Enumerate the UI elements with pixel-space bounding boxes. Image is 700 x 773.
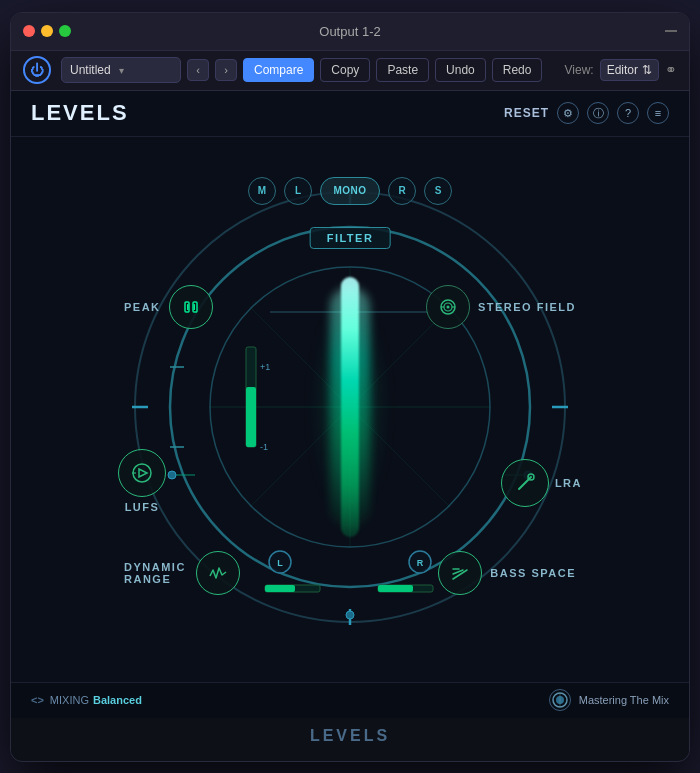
dynamic-range-icon-button[interactable] <box>196 551 240 595</box>
help-icon: ? <box>625 107 631 119</box>
channel-mono-button[interactable]: MONO <box>320 177 380 205</box>
power-button[interactable]: ⏻ <box>23 56 51 84</box>
redo-button[interactable]: Redo <box>492 58 543 82</box>
bass-space-label: BASS SPACE <box>490 567 576 579</box>
peak-control: PEAK <box>124 285 213 329</box>
svg-rect-35 <box>193 304 195 310</box>
info-icon-button[interactable]: ⓘ <box>587 102 609 124</box>
main-window: Output 1-2 ⏻ Untitled ▾ ‹ › Compare Copy… <box>10 12 690 762</box>
brand-logo-icon <box>549 689 571 711</box>
plugin-main: L R +1 -1 <box>11 137 689 682</box>
preset-name: Untitled <box>70 63 111 77</box>
svg-rect-24 <box>246 387 256 447</box>
plugin-header-controls: RESET ⚙ ⓘ ? ≡ <box>504 102 669 124</box>
circle-area: L R +1 -1 <box>110 167 590 647</box>
dynamic-range-label: DYNAMIC <box>124 561 186 573</box>
channel-s-button[interactable]: S <box>424 177 452 205</box>
plugin-title: LEVELS <box>31 100 129 126</box>
dynamic-range-icon <box>207 562 229 584</box>
svg-marker-42 <box>139 469 147 477</box>
stereo-field-icon-button[interactable] <box>426 285 470 329</box>
svg-rect-34 <box>187 304 189 310</box>
maximize-button[interactable] <box>59 25 71 37</box>
lra-control: LRA <box>501 459 582 507</box>
brand-section: Mastering The Mix <box>549 689 669 711</box>
svg-text:-1: -1 <box>260 442 268 452</box>
view-label: View: <box>565 63 594 77</box>
svg-text:+1: +1 <box>260 362 270 372</box>
paste-button[interactable]: Paste <box>376 58 429 82</box>
window-minimize-icon <box>665 30 677 32</box>
filter-button[interactable]: FILTER <box>310 227 391 249</box>
lra-icon-button[interactable] <box>501 459 549 507</box>
dynamic-range-control: DYNAMIC RANGE <box>124 551 240 595</box>
copy-button[interactable]: Copy <box>320 58 370 82</box>
svg-text:L: L <box>277 558 283 568</box>
nav-forward-button[interactable]: › <box>215 59 237 81</box>
svg-point-29 <box>168 471 176 479</box>
central-visualization <box>300 247 400 567</box>
footer-title: LEVELS <box>310 727 390 745</box>
channel-r-button[interactable]: R <box>388 177 416 205</box>
toolbar: ⏻ Untitled ▾ ‹ › Compare Copy Paste Undo… <box>11 51 689 91</box>
channel-m-button[interactable]: M <box>248 177 276 205</box>
glow-core <box>341 277 359 537</box>
traffic-lights <box>23 25 71 37</box>
peak-label: PEAK <box>124 301 161 313</box>
svg-rect-16 <box>265 585 295 592</box>
chevron-up-down-icon: ⇅ <box>642 63 652 77</box>
nav-back-button[interactable]: ‹ <box>187 59 209 81</box>
bass-space-icon <box>449 562 471 584</box>
nav-forward-icon: › <box>224 64 228 76</box>
brand-name: Mastering The Mix <box>579 694 669 706</box>
reset-button[interactable]: RESET <box>504 106 549 120</box>
status-bar: <> MIXING Balanced Mastering The Mix <box>11 682 689 718</box>
channel-l-button[interactable]: L <box>284 177 312 205</box>
lufs-label: LUFS <box>125 501 160 513</box>
nav-back-icon: ‹ <box>196 64 200 76</box>
footer: LEVELS <box>11 718 689 754</box>
arrows-icon: <> <box>31 694 44 706</box>
lra-label: LRA <box>555 477 582 489</box>
svg-text:R: R <box>417 558 424 568</box>
window-title: Output 1-2 <box>319 24 380 39</box>
menu-icon-button[interactable]: ≡ <box>647 102 669 124</box>
close-button[interactable] <box>23 25 35 37</box>
compare-button[interactable]: Compare <box>243 58 314 82</box>
power-icon: ⏻ <box>30 62 44 78</box>
window-controls-right <box>665 30 677 32</box>
visualizer-container: L R +1 -1 <box>31 147 669 667</box>
info-icon: ⓘ <box>593 106 604 121</box>
title-bar: Output 1-2 <box>11 13 689 51</box>
minimize-button[interactable] <box>41 25 53 37</box>
mixing-value: Balanced <box>93 694 142 706</box>
svg-point-31 <box>346 611 354 619</box>
bass-space-icon-button[interactable] <box>438 551 482 595</box>
view-value: Editor <box>607 63 638 77</box>
mixing-prefix: MIXING <box>50 694 89 706</box>
settings-icon-button[interactable]: ⚙ <box>557 102 579 124</box>
help-icon-button[interactable]: ? <box>617 102 639 124</box>
svg-point-38 <box>446 305 449 308</box>
brand-logo-svg <box>551 691 569 709</box>
settings-icon: ⚙ <box>563 107 573 120</box>
svg-rect-18 <box>378 585 413 592</box>
lufs-icon-button[interactable] <box>118 449 166 497</box>
stereo-field-label: STEREO FIELD <box>478 301 576 313</box>
plugin-header: LEVELS RESET ⚙ ⓘ ? ≡ <box>11 91 689 137</box>
link-icon[interactable]: ⚭ <box>665 62 677 78</box>
view-selector[interactable]: Editor ⇅ <box>600 59 659 81</box>
preset-selector[interactable]: Untitled ▾ <box>61 57 181 83</box>
peak-meter-icon <box>180 296 202 318</box>
peak-icon-button[interactable] <box>169 285 213 329</box>
lufs-control: LUFS <box>118 449 166 513</box>
menu-icon: ≡ <box>655 107 661 119</box>
stereo-field-control: STEREO FIELD <box>426 285 576 329</box>
undo-button[interactable]: Undo <box>435 58 486 82</box>
chevron-down-icon: ▾ <box>119 65 124 76</box>
stereo-field-icon <box>437 296 459 318</box>
lra-icon <box>512 470 538 496</box>
bass-space-control: BASS SPACE <box>438 551 576 595</box>
lufs-icon <box>129 460 155 486</box>
channel-buttons: M L MONO R S <box>248 177 452 205</box>
